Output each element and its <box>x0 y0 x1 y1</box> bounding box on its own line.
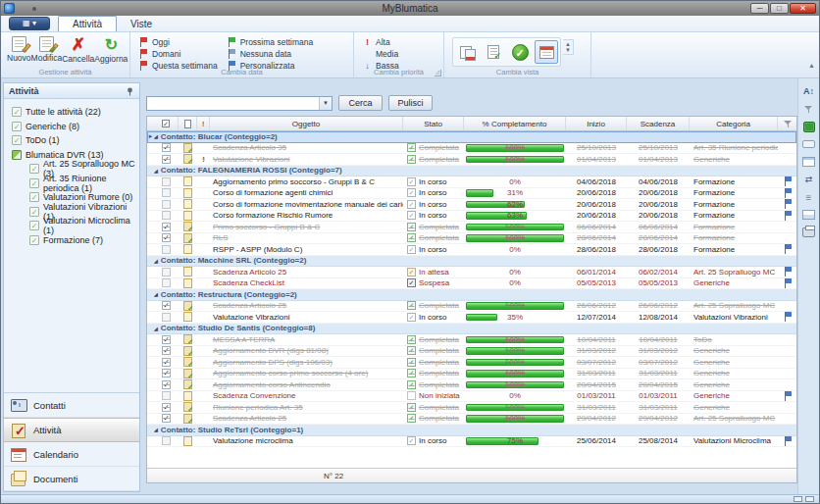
header-priority-column[interactable]: ! <box>197 117 210 130</box>
best-fit-columns-icon[interactable]: A↕ <box>801 84 816 98</box>
follow-up-flag-icon[interactable] <box>784 267 793 277</box>
pin-icon[interactable] <box>126 82 134 100</box>
follow-up-flag-icon[interactable] <box>784 278 793 288</box>
nav-calendario[interactable]: Calendario <box>4 442 139 467</box>
expanded-icon[interactable]: ◢ <box>154 133 158 139</box>
task-row[interactable]: ✓!Valutazione Vibrazioni✓Completata100%0… <box>147 154 796 166</box>
row-checkbox[interactable]: ✓ <box>162 233 171 242</box>
cancella-button[interactable]: ✗ Cancella <box>62 34 94 70</box>
header-select-column[interactable]: ✓ <box>154 117 179 130</box>
row-checkbox[interactable]: ✓ <box>162 414 171 423</box>
cerca-button[interactable]: Cerca <box>338 95 383 111</box>
follow-up-flag-icon[interactable] <box>784 199 793 209</box>
row-lines-icon[interactable]: ≡ <box>801 190 816 204</box>
print-icon[interactable] <box>801 226 816 239</box>
row-checkbox[interactable] <box>162 245 171 254</box>
scroll-down-icon[interactable]: ▼ <box>565 47 571 53</box>
task-row[interactable]: RSPP - ASPP (Modulo C)✓In corso0%28/06/2… <box>147 244 796 256</box>
priorita-media-button[interactable]: Media <box>360 49 401 59</box>
task-row[interactable]: Corso di formazione agenti chimici✓In co… <box>147 188 796 200</box>
search-input[interactable] <box>147 98 319 109</box>
task-row[interactable]: ✓Riunione periodica Art. 35✓Completata10… <box>147 402 796 414</box>
vista-calendario-button[interactable] <box>535 40 558 64</box>
row-checkbox[interactable] <box>162 177 171 186</box>
modifica-button[interactable]: ✓ Modifica <box>31 34 63 70</box>
tree-item[interactable]: ✓Valutazioni Microclima (1) <box>8 219 139 233</box>
header-oggetto[interactable]: Oggetto <box>210 117 403 130</box>
task-row[interactable]: Aggiornamento primo soccorso - Gruppi B … <box>147 176 796 188</box>
nav-contatti[interactable]: Contatti <box>4 393 139 418</box>
header-doc-column[interactable] <box>179 117 197 130</box>
task-row[interactable]: Valutazione Vibrazioni✓In corso35%12/07/… <box>147 312 796 324</box>
dialog-launcher-icon[interactable]: ◿ <box>435 70 441 76</box>
task-row[interactable]: ✓RLS✓Completata100%28/06/201428/06/2014F… <box>147 233 796 245</box>
follow-up-flag-icon[interactable] <box>784 188 793 198</box>
header-filter[interactable] <box>778 117 798 130</box>
chevron-down-icon[interactable]: ▼ <box>319 97 332 110</box>
task-row[interactable]: Corso di formazione movimentazione manua… <box>147 199 796 211</box>
follow-up-flag-icon[interactable] <box>784 312 793 322</box>
minimize-button[interactable]: ─ <box>750 3 769 14</box>
group-panel-icon[interactable] <box>801 137 816 151</box>
header-categoria[interactable]: Categoria <box>690 117 778 130</box>
nav-documenti[interactable]: Documenti <box>4 467 139 491</box>
tab-attivita[interactable]: Attività <box>58 16 117 31</box>
tree-item[interactable]: ✓Tutte le attività (22) <box>8 105 139 120</box>
group-row[interactable]: ◢Contatto: Studio ReTsrl (Conteggio=1) <box>147 425 796 436</box>
vista-attivita-button[interactable]: ✓ <box>508 40 532 64</box>
follow-up-flag-icon[interactable] <box>784 244 793 254</box>
close-button[interactable]: ✕ <box>790 3 816 14</box>
row-checkbox[interactable]: ✓ <box>162 155 171 164</box>
row-checkbox[interactable]: ✓ <box>162 335 171 344</box>
row-checkbox[interactable]: ✓ <box>162 358 171 367</box>
expanded-icon[interactable]: ◢ <box>154 291 158 297</box>
row-checkbox[interactable]: ✓ <box>162 403 171 412</box>
collapse-ribbon-icon[interactable]: ▲ <box>808 62 815 69</box>
task-row[interactable]: Valutazione microclima✓In corso75%25/06/… <box>147 436 796 448</box>
follow-up-flag-icon[interactable] <box>784 436 793 446</box>
row-checkbox[interactable] <box>162 268 171 277</box>
row-checkbox[interactable]: ✓ <box>162 223 171 231</box>
group-row[interactable]: ◢Contatto: Restructura (Conteggio=2) <box>147 289 796 301</box>
swap-columns-icon[interactable]: ⇄ <box>801 173 816 186</box>
task-row[interactable]: Scadenza CheckList✓Sospesa0%05/05/201305… <box>147 278 796 290</box>
task-row[interactable]: ✓Aggiornamento DPS (dlgs 106/03)✓Complet… <box>147 357 796 369</box>
application-menu-button[interactable]: ▦ ▾ <box>9 17 50 30</box>
header-completamento[interactable]: % Completamento <box>464 117 566 130</box>
nuovo-button[interactable]: Nuovo <box>7 34 31 70</box>
follow-up-flag-icon[interactable] <box>784 176 793 186</box>
task-row[interactable]: ✓Aggiornamento DVR (dlgs 81/08)✓Completa… <box>147 346 796 358</box>
nav-attivita[interactable]: Attività <box>4 418 139 442</box>
nessuna-data-button[interactable]: Nessuna data <box>225 49 317 59</box>
oggi-button[interactable]: Oggi <box>136 37 221 47</box>
expanded-icon[interactable]: ◢ <box>154 427 158 432</box>
tree-item[interactable]: ✓ToDo (1) <box>8 133 139 148</box>
prossima-settimana-button[interactable]: Prossima settimana <box>225 37 317 47</box>
task-row[interactable]: Scadenza ConvenzioneNon iniziata0%01/03/… <box>147 391 796 403</box>
filter-icon[interactable] <box>801 102 816 116</box>
expanded-icon[interactable]: ◢ <box>154 257 158 263</box>
split-view-icon[interactable] <box>805 496 814 502</box>
tab-viste[interactable]: Viste <box>117 17 166 31</box>
tree-item[interactable]: ✓Art. 35 Riunione periodica (1) <box>8 176 139 191</box>
preview-pane-icon[interactable] <box>801 208 816 222</box>
row-checkbox[interactable] <box>162 436 171 445</box>
task-row[interactable]: ✓Aggiornamento corso primo soccorso (4 o… <box>147 369 796 380</box>
row-checkbox[interactable] <box>162 313 171 322</box>
vista-lista-button[interactable] <box>482 40 505 64</box>
export-excel-icon[interactable] <box>801 120 816 133</box>
row-checkbox[interactable] <box>162 391 171 400</box>
expanded-icon[interactable]: ◢ <box>154 325 158 330</box>
tree-item[interactable]: ✓Generiche (8) <box>8 120 139 134</box>
priorita-alta-button[interactable]: !Alta <box>360 37 393 47</box>
task-row[interactable]: ✓Primo soccorso - Gruppi B & C✓Completat… <box>147 222 796 233</box>
group-row[interactable]: ◢Contatto: FALEGNAMERIA ROSSI (Conteggio… <box>147 166 796 177</box>
row-checkbox[interactable] <box>162 188 171 197</box>
follow-up-flag-icon[interactable] <box>784 391 793 401</box>
column-chooser-icon[interactable] <box>801 155 816 169</box>
row-checkbox[interactable]: ✓ <box>162 143 171 152</box>
task-row[interactable]: ✓Scadenza Articolo 25✓Completata100%26/0… <box>147 301 796 313</box>
row-checkbox[interactable] <box>162 200 171 209</box>
group-row[interactable]: ▸◢Contatto: Blucar (Conteggio=2) <box>147 131 796 143</box>
task-row[interactable]: Scadenza Articolo 25✓In attesa0%06/01/20… <box>147 267 796 278</box>
